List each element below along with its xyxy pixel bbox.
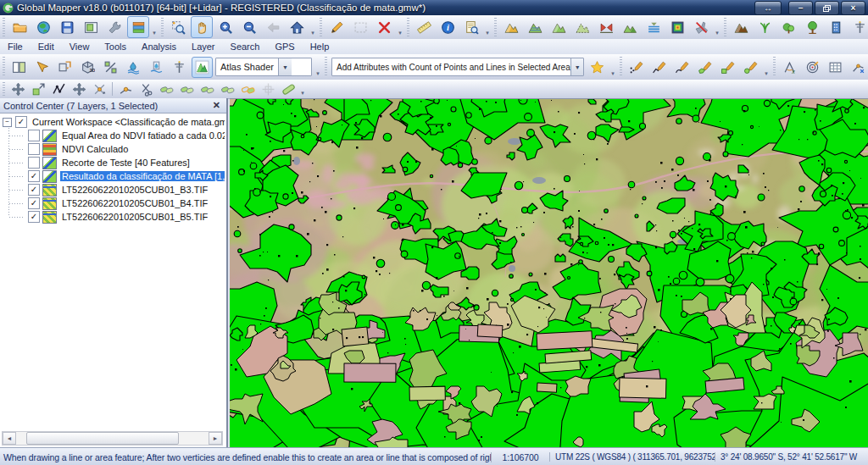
chevron-down-icon[interactable]: ▼ xyxy=(278,58,292,75)
create-curve-icon[interactable] xyxy=(671,57,693,78)
toolbar-overflow-icon[interactable]: ▾ xyxy=(309,19,317,36)
layer-label[interactable]: Current Workspace <Classificação de mata… xyxy=(31,117,225,127)
layer-visibility-checkbox[interactable]: ✓ xyxy=(28,197,40,209)
toolbar-overflow-icon[interactable]: ▾ xyxy=(298,82,307,95)
atlas-shader-icon[interactable] xyxy=(192,57,213,78)
water-level-icon[interactable] xyxy=(146,57,167,78)
close-button[interactable]: × xyxy=(841,1,865,15)
elevation-shader-icon[interactable] xyxy=(500,16,522,38)
zoom-in-icon[interactable] xyxy=(214,16,236,38)
zoom-previous-icon[interactable] xyxy=(262,16,284,38)
tree-collapse-icon[interactable]: − xyxy=(3,118,12,127)
layer-label[interactable]: Resultado da classificação de MATA [1,97… xyxy=(60,171,225,181)
water-level-rise-icon[interactable] xyxy=(643,16,665,38)
lidar-ground-icon[interactable] xyxy=(730,16,752,38)
color-gradient-icon[interactable] xyxy=(666,16,688,38)
layer-label[interactable]: LT52260622010205CUB01_B3.TIF xyxy=(60,185,209,195)
raise-elevation-icon[interactable] xyxy=(548,16,570,38)
layer-visibility-checkbox[interactable]: ✓ xyxy=(28,184,40,196)
full-view-icon[interactable] xyxy=(286,16,308,38)
menu-help[interactable]: Help xyxy=(303,39,337,54)
menu-layer[interactable]: Layer xyxy=(184,39,223,54)
path-profile-icon[interactable] xyxy=(100,57,121,78)
combine-areas-icon[interactable] xyxy=(238,80,257,98)
toolbar-overflow-icon[interactable]: ▾ xyxy=(713,19,721,36)
restore-button[interactable] xyxy=(815,1,839,15)
view-shed-icon[interactable] xyxy=(619,16,641,38)
flood-buildings-icon[interactable] xyxy=(123,57,144,78)
search-vector-data-icon[interactable] xyxy=(460,16,482,38)
lidar-building-icon[interactable] xyxy=(825,16,847,38)
menu-edit[interactable]: Edit xyxy=(31,39,62,54)
rotate-feature-icon[interactable] xyxy=(90,80,108,98)
elevation-layers-icon[interactable] xyxy=(524,16,546,38)
pan-tool-icon[interactable] xyxy=(191,16,213,38)
feature-info-icon[interactable]: i xyxy=(437,16,459,38)
move-feature-icon[interactable] xyxy=(8,80,27,98)
map-view[interactable] xyxy=(230,98,868,447)
no-fly-zone-icon[interactable] xyxy=(690,16,712,38)
toolbar-overflow-icon[interactable]: ▾ xyxy=(150,19,159,36)
create-circle-icon[interactable] xyxy=(740,57,761,78)
toolbar-overflow-icon[interactable]: ▾ xyxy=(609,58,617,76)
layer-label[interactable]: NDVI Calculado xyxy=(60,144,130,154)
create-area-icon[interactable] xyxy=(694,57,715,78)
toolbar-overflow-icon[interactable]: ▾ xyxy=(483,19,492,36)
move-vertex-icon[interactable] xyxy=(848,57,868,78)
layer-label[interactable]: Recorte de Teste [40 Features] xyxy=(60,158,192,168)
snap-vertex-icon[interactable] xyxy=(116,80,135,98)
right-angle-mode-icon[interactable] xyxy=(259,80,277,98)
toolbar-overflow-icon[interactable]: ▾ xyxy=(762,58,771,76)
configuration-icon[interactable] xyxy=(103,16,125,38)
scrollbar-thumb[interactable] xyxy=(26,432,179,445)
menu-gps[interactable]: GPS xyxy=(267,39,302,54)
clip-region-icon[interactable] xyxy=(54,57,75,78)
control-center-icon[interactable] xyxy=(127,16,149,38)
layer-label[interactable]: Equal Area do NDVI fatiado a cada 0.02 e… xyxy=(60,130,225,141)
create-rect-icon[interactable] xyxy=(717,57,738,78)
measure-tool-icon[interactable] xyxy=(413,16,435,38)
toolbar-overflow-icon[interactable]: ▾ xyxy=(396,19,404,36)
create-range-rings-icon[interactable] xyxy=(802,57,823,78)
create-line-icon[interactable] xyxy=(648,57,670,78)
offset-feature-icon[interactable] xyxy=(198,80,216,98)
menu-search[interactable]: Search xyxy=(223,39,268,54)
move-all-icon[interactable] xyxy=(70,80,88,98)
toggle-size-button[interactable]: ↔ xyxy=(754,1,782,15)
view-shed-tower-icon[interactable] xyxy=(169,57,190,78)
menu-tools[interactable]: Tools xyxy=(97,39,134,54)
open-file-icon[interactable] xyxy=(8,16,31,38)
favorites-star-icon[interactable] xyxy=(587,57,608,78)
zoom-tool-icon[interactable] xyxy=(167,16,189,38)
layer-visibility-checkbox[interactable] xyxy=(28,130,40,141)
menu-view[interactable]: View xyxy=(62,39,97,54)
menu-file[interactable]: File xyxy=(0,39,31,54)
contour-mountain-icon[interactable] xyxy=(571,16,593,38)
rotate-copy-icon[interactable] xyxy=(157,80,175,98)
create-point-icon[interactable] xyxy=(626,57,647,78)
3d-view-icon[interactable]: 3D xyxy=(77,57,98,78)
copy-feature-icon[interactable] xyxy=(177,80,196,98)
panel-close-icon[interactable]: ✕ xyxy=(210,100,223,111)
chevron-down-icon[interactable]: ▼ xyxy=(570,58,583,75)
resize-feature-icon[interactable] xyxy=(29,80,47,98)
scroll-right-arrow-icon[interactable]: ► xyxy=(209,432,222,445)
layer-label[interactable]: LT52260622010205CUB01_B5.TIF xyxy=(60,212,209,222)
lidar-medium-vegetation-icon[interactable] xyxy=(777,16,799,38)
lidar-high-vegetation-icon[interactable] xyxy=(801,16,823,38)
layer-visibility-checkbox[interactable]: ✓ xyxy=(28,211,40,223)
panel-horizontal-scrollbar[interactable]: ◄ ► xyxy=(2,431,223,446)
create-angle-feature-icon[interactable]: x xyxy=(779,57,800,78)
scroll-left-arrow-icon[interactable]: ◄ xyxy=(3,432,16,445)
zoom-out-icon[interactable] xyxy=(238,16,260,38)
edit-vertices-icon[interactable] xyxy=(49,80,68,98)
shader-combo[interactable]: Atlas Shader▼ xyxy=(215,58,312,76)
layer-visibility-checkbox[interactable] xyxy=(28,157,40,169)
select-features-icon[interactable] xyxy=(349,16,371,38)
layer-label[interactable]: LT52260622010205CUB01_B4.TIF xyxy=(60,198,209,208)
split-view-icon[interactable] xyxy=(8,57,30,78)
save-workspace-icon[interactable] xyxy=(56,16,78,38)
download-online-data-icon[interactable] xyxy=(32,16,54,38)
layer-visibility-checkbox[interactable]: ✓ xyxy=(28,170,40,182)
mirror-feature-icon[interactable] xyxy=(218,80,236,98)
